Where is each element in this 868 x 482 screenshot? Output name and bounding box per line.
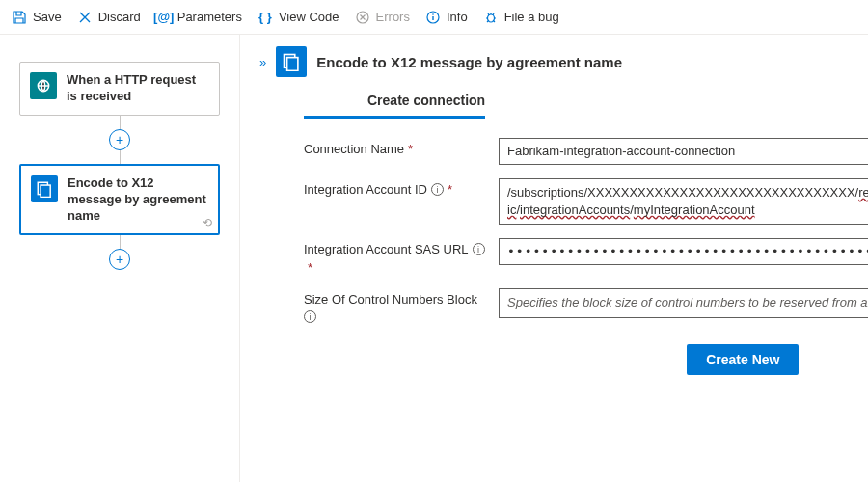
file-bug-label: File a bug [504, 10, 559, 24]
action-node-encode-x12[interactable]: Encode to X12 message by agreement name … [19, 164, 220, 236]
panel-header: » Encode to X12 message by agreement nam… [240, 35, 868, 89]
connector-line [120, 116, 121, 129]
save-label: Save [33, 10, 62, 24]
parameters-button[interactable]: [@] Parameters [156, 10, 242, 25]
view-code-label: View Code [279, 10, 339, 24]
control-numbers-block-label: Size Of Control Numbers Block i [304, 288, 487, 323]
info-button[interactable]: Info [425, 10, 468, 25]
required-marker: * [408, 142, 413, 156]
panel-title: Encode to X12 message by agreement name [316, 54, 868, 70]
control-numbers-block-input[interactable]: Specifies the block size of control numb… [499, 288, 868, 317]
connector-line [120, 235, 121, 249]
section-tab-create-connection[interactable]: Create connection [304, 89, 485, 119]
designer-canvas: When a HTTP request is received + Encode… [0, 35, 239, 482]
action-node-label: Encode to X12 message by agreement name [68, 175, 208, 225]
svg-point-2 [432, 13, 434, 15]
integration-account-id-label: Integration Account ID i * [304, 178, 487, 197]
braces-icon: { } [258, 10, 273, 25]
panel-x12-icon [276, 46, 307, 77]
http-request-icon [30, 72, 57, 99]
errors-button: Errors [355, 10, 410, 25]
discard-label: Discard [98, 10, 141, 24]
x12-icon [31, 175, 58, 202]
bug-icon [483, 10, 499, 25]
add-step-button-1[interactable]: + [109, 129, 130, 150]
view-code-button[interactable]: { } View Code [258, 10, 339, 25]
svg-rect-6 [41, 185, 50, 197]
action-config-panel: » Encode to X12 message by agreement nam… [239, 35, 868, 482]
toolbar: Save Discard [@] Parameters { } View Cod… [0, 0, 868, 35]
info-tooltip-icon[interactable]: i [431, 183, 444, 196]
add-step-button-2[interactable]: + [109, 249, 130, 270]
errors-icon [355, 10, 370, 25]
save-button[interactable]: Save [12, 10, 62, 25]
info-label: Info [447, 10, 468, 24]
parameters-icon: [@] [156, 10, 172, 25]
required-marker: * [448, 182, 452, 197]
sas-url-input[interactable]: ••••••••••••••••••••••••••••••••••••••••… [499, 238, 868, 265]
sas-url-label: Integration Account SAS URL i* [304, 238, 487, 275]
parameters-label: Parameters [177, 10, 242, 24]
errors-label: Errors [376, 10, 410, 24]
info-tooltip-icon[interactable]: i [473, 243, 485, 255]
discard-icon [77, 10, 93, 25]
save-icon [12, 10, 27, 25]
required-marker: * [308, 260, 312, 275]
trigger-node-label: When a HTTP request is received [67, 72, 209, 105]
connection-name-label: Connection Name * [304, 138, 487, 156]
connector-line [120, 150, 121, 164]
discard-button[interactable]: Discard [77, 10, 141, 25]
file-bug-button[interactable]: File a bug [483, 10, 559, 25]
collapse-icon[interactable]: » [259, 55, 266, 69]
info-tooltip-icon[interactable]: i [304, 310, 316, 323]
connection-form: Connection Name * Fabrikam-integration-a… [240, 119, 868, 335]
info-icon [425, 10, 441, 25]
trigger-node-http-request[interactable]: When a HTTP request is received [19, 62, 220, 116]
link-icon: ⟲ [203, 216, 212, 229]
create-new-button[interactable]: Create New [687, 344, 799, 375]
connection-name-input[interactable]: Fabrikam-integration-account-connection [499, 138, 868, 165]
svg-rect-8 [287, 58, 298, 71]
integration-account-id-input[interactable]: /subscriptions/XXXXXXXXXXXXXXXXXXXXXXXXX… [499, 178, 868, 225]
